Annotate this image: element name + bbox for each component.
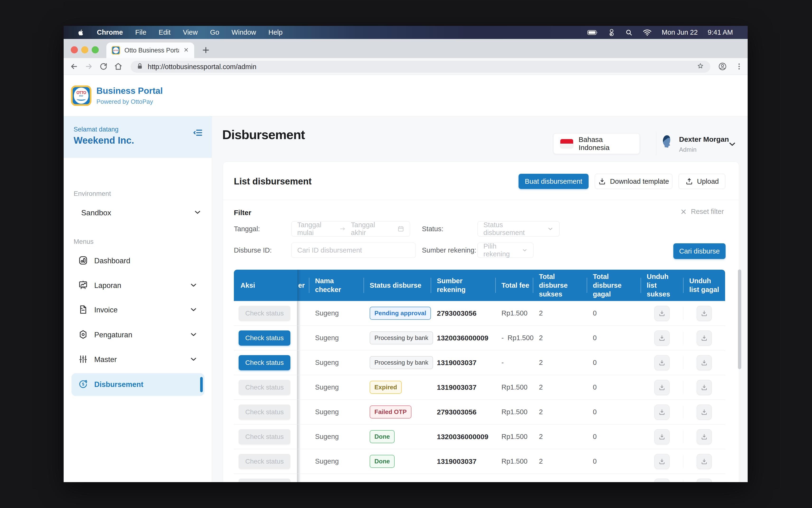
download-sukses-button[interactable] bbox=[654, 355, 670, 370]
download-sukses-button[interactable] bbox=[654, 429, 670, 444]
desktop: Chrome File Edit View Go Window Help Mon… bbox=[0, 0, 812, 508]
rekening-placeholder: Pilih rekening bbox=[483, 242, 517, 258]
search-disburse-button[interactable]: Cari disburse bbox=[673, 243, 726, 259]
download-sukses-button[interactable] bbox=[654, 454, 670, 469]
spotlight-search-icon[interactable] bbox=[625, 29, 633, 36]
menubar-clock[interactable]: 9:41 AM bbox=[708, 29, 733, 36]
window-zoom-button[interactable] bbox=[92, 46, 99, 53]
menubar-item-edit[interactable]: Edit bbox=[159, 29, 170, 36]
battery-icon[interactable] bbox=[587, 30, 598, 35]
check-status-button[interactable]: Check status bbox=[239, 306, 290, 321]
chevron-down-icon bbox=[189, 281, 198, 290]
menubar-item-go[interactable]: Go bbox=[210, 29, 219, 36]
total-sukses: 2 bbox=[539, 334, 543, 342]
sidebar-item-invoice[interactable]: Invoice bbox=[72, 299, 204, 322]
url-bar[interactable]: http://ottobusinessportal.com/admin bbox=[131, 61, 711, 73]
create-disbursement-button[interactable]: Buat disbursement bbox=[518, 174, 589, 189]
maker-cell bbox=[297, 375, 309, 399]
disburse-id-input[interactable] bbox=[297, 246, 410, 254]
check-status-button[interactable]: Check status bbox=[239, 331, 290, 346]
disbursement-card: List disbursement Buat disbursement Down… bbox=[223, 161, 739, 482]
menubar-app-name[interactable]: Chrome bbox=[97, 29, 123, 36]
total-fee: Rp1.500 bbox=[502, 309, 527, 317]
reload-icon[interactable] bbox=[99, 62, 108, 72]
download-gagal-button[interactable] bbox=[697, 355, 712, 370]
download-template-button[interactable]: Download template bbox=[595, 174, 672, 189]
disbursement-icon: $ bbox=[78, 379, 88, 390]
control-center-icon[interactable] bbox=[608, 29, 615, 37]
environment-selector[interactable]: Sandbox bbox=[74, 208, 202, 217]
download-gagal-button[interactable] bbox=[697, 331, 712, 346]
sidebar-item-master[interactable]: Master bbox=[72, 348, 204, 371]
menubar-item-file[interactable]: File bbox=[135, 29, 146, 36]
check-status-button[interactable]: Check status bbox=[239, 405, 290, 420]
bookmark-star-icon[interactable] bbox=[697, 62, 704, 71]
column-header-sukses: Total disburse sukses bbox=[533, 270, 587, 301]
reset-filter-button[interactable]: Reset filter bbox=[680, 208, 724, 216]
menubar-date[interactable]: Mon Jun 22 bbox=[662, 29, 698, 36]
download-gagal-button[interactable] bbox=[697, 405, 712, 420]
tab-close-icon[interactable] bbox=[183, 47, 189, 54]
close-icon bbox=[680, 208, 687, 215]
download-sukses-button[interactable] bbox=[654, 405, 670, 420]
check-status-button[interactable]: Check status bbox=[239, 380, 290, 395]
settings-nut-icon bbox=[78, 330, 88, 340]
sidebar-item-dashboard[interactable]: Dashboard bbox=[72, 250, 204, 272]
download-sukses-button[interactable] bbox=[654, 478, 670, 482]
total-sukses: 2 bbox=[539, 383, 543, 391]
back-icon[interactable] bbox=[70, 62, 78, 72]
download-sukses-button[interactable] bbox=[654, 331, 670, 346]
new-tab-button[interactable] bbox=[201, 46, 210, 55]
total-fee: - Rp1.500 bbox=[502, 334, 533, 342]
download-gagal-button[interactable] bbox=[697, 429, 712, 444]
user-menu-chevron-icon[interactable] bbox=[727, 139, 737, 150]
status-badge: Done bbox=[370, 455, 395, 468]
sidebar-item-disbursement[interactable]: $ Disbursement bbox=[72, 373, 204, 396]
status-label: Status: bbox=[422, 221, 443, 237]
sidebar-item-laporan[interactable]: Laporan bbox=[72, 274, 204, 297]
chevron-down-icon bbox=[189, 305, 198, 315]
upload-button[interactable]: Upload bbox=[679, 174, 725, 189]
download-sukses-button[interactable] bbox=[654, 306, 670, 321]
sidebar: Selamat datang Weekend Inc. Environment … bbox=[63, 116, 212, 482]
disburse-id-field bbox=[291, 243, 416, 258]
download-gagal-button[interactable] bbox=[697, 454, 712, 469]
user-avatar[interactable] bbox=[659, 134, 674, 153]
total-fee: - bbox=[502, 359, 504, 367]
rekening-number: 1320036000009 bbox=[437, 334, 488, 342]
chevron-down-icon bbox=[522, 247, 527, 254]
invoice-document-icon bbox=[78, 304, 88, 315]
sidebar-collapse-icon[interactable] bbox=[193, 127, 204, 139]
menubar-item-window[interactable]: Window bbox=[231, 29, 256, 36]
window-minimize-button[interactable] bbox=[81, 46, 88, 53]
apple-menu-icon[interactable] bbox=[77, 29, 85, 37]
menubar-item-help[interactable]: Help bbox=[268, 29, 283, 36]
forward-icon[interactable] bbox=[85, 62, 93, 72]
date-end-placeholder: Tanggal akhir bbox=[351, 221, 387, 237]
home-icon[interactable] bbox=[114, 62, 123, 72]
check-status-button[interactable]: Check status bbox=[239, 429, 290, 444]
browser-tab[interactable]: OTTO Otto Business Portal bbox=[106, 42, 194, 58]
sidebar-item-pengaturan[interactable]: Pengaturan bbox=[72, 324, 204, 346]
wifi-icon[interactable] bbox=[643, 29, 652, 36]
download-sukses-button[interactable] bbox=[654, 380, 670, 395]
download-gagal-button[interactable] bbox=[697, 478, 712, 482]
scrollbar-thumb[interactable] bbox=[738, 269, 741, 369]
total-gagal: 0 bbox=[593, 458, 597, 465]
date-range-input[interactable]: Tanggal mulai Tanggal akhir bbox=[291, 221, 410, 237]
menus-label: Menus bbox=[74, 238, 93, 246]
table-row: Check status Sugeng Pending approval 279… bbox=[234, 301, 725, 326]
overflow-menu-icon[interactable] bbox=[735, 62, 743, 72]
status-placeholder: Status disbursement bbox=[483, 221, 542, 237]
rekening-select[interactable]: Pilih rekening bbox=[477, 243, 533, 258]
window-close-button[interactable] bbox=[71, 46, 78, 53]
download-gagal-button[interactable] bbox=[697, 380, 712, 395]
check-status-button[interactable]: Check status bbox=[239, 355, 290, 370]
language-selector[interactable]: Bahasa Indonesia bbox=[553, 133, 640, 154]
download-gagal-button[interactable] bbox=[697, 306, 712, 321]
check-status-button[interactable]: Check status bbox=[239, 454, 290, 469]
menubar-item-view[interactable]: View bbox=[183, 29, 198, 36]
status-select[interactable]: Status disbursement bbox=[477, 221, 560, 237]
check-status-button[interactable]: Check status bbox=[239, 478, 290, 482]
profile-icon[interactable] bbox=[718, 62, 727, 72]
